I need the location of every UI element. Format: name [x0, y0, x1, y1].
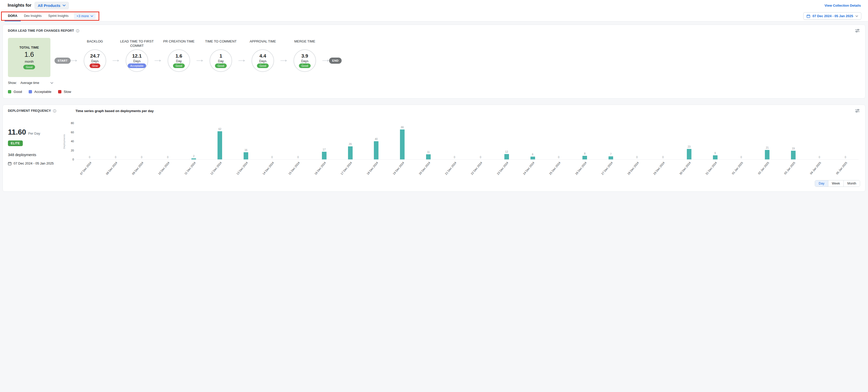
x-axis-label: 28 Dec 2024	[627, 161, 639, 176]
x-axis-label: 21 Dec 2024	[444, 161, 457, 176]
x-axis-label: 02 Jan 2025	[757, 161, 770, 175]
bar-column: 19	[780, 147, 806, 159]
bar-column: 62	[207, 128, 233, 159]
x-axis-label: 18 Dec 2024	[366, 161, 378, 176]
granularity-week-button[interactable]: Week	[828, 180, 844, 186]
chevron-down-icon	[856, 16, 858, 17]
bar-column: 0	[624, 156, 650, 159]
x-axis-cell: 12 Dec 2024	[207, 160, 233, 178]
x-axis-cell: 28 Dec 2024	[624, 160, 650, 178]
bar	[504, 154, 509, 159]
stage-value: 12.1	[132, 53, 142, 59]
pipeline-connector-arrow	[322, 59, 329, 62]
x-axis-label: 16 Dec 2024	[314, 161, 327, 176]
deployment-rate-unit: Per Day	[28, 131, 40, 135]
total-time-unit: month	[25, 60, 34, 63]
x-axis-cell: 19 Dec 2024	[389, 160, 415, 178]
deployment-date-range-label: 07 Dec 2024 - 05 Jan 2025	[13, 161, 54, 165]
total-time-badge: Good	[23, 65, 35, 69]
bar-value-label: 2	[193, 155, 195, 158]
pipeline-stage: LEAD TIME TO FIRST COMMIT12.1DaysAccepta…	[119, 38, 155, 72]
bar-column: 0	[441, 156, 467, 159]
x-axis-label: 08 Dec 2024	[105, 161, 118, 176]
x-axis-label: 05 Jan 2025	[836, 161, 848, 175]
bar-column: 0	[728, 156, 754, 159]
x-axis-label: 15 Dec 2024	[288, 161, 301, 176]
view-collection-details-link[interactable]: View Collection Details	[825, 4, 861, 7]
pipeline-connector-arrow	[155, 59, 161, 62]
bar-value-label: 0	[141, 156, 143, 159]
bar-value-label: 0	[818, 156, 820, 159]
x-axis-label: 20 Dec 2024	[418, 161, 431, 176]
x-axis-cell: 09 Dec 2024	[129, 160, 155, 178]
stage-circle: 1DayGood	[210, 50, 232, 72]
more-tabs-button[interactable]: +3 more	[74, 13, 96, 19]
granularity-day-button[interactable]: Day	[815, 180, 828, 186]
date-range-picker[interactable]: 07 Dec 2024 - 05 Jan 2025	[803, 12, 861, 20]
stage-circle: 12.1DaysAcceptable	[126, 50, 148, 72]
stage-circle: 24.7DaysSlow	[84, 50, 106, 72]
bar-value-label: 8	[584, 152, 586, 155]
pipeline: STARTBACKLOG24.7DaysSlowLEAD TIME TO FIR…	[55, 38, 860, 77]
bar-value-label: 17	[323, 148, 326, 151]
pipeline-connector-arrow	[113, 59, 119, 62]
bar	[218, 131, 222, 159]
bar	[609, 156, 613, 159]
x-axis-label: 30 Dec 2024	[679, 161, 691, 176]
bar	[400, 129, 405, 159]
bar	[244, 152, 248, 159]
x-axis-cell: 31 Dec 2024	[702, 160, 728, 178]
bar-column: 17	[311, 148, 337, 159]
bar-value-label: 19	[792, 147, 795, 150]
show-metric-dropdown[interactable]: Average time	[21, 81, 53, 85]
deployment-rate: 11.60 Per Day	[8, 128, 63, 137]
y-axis-title: Deployments	[63, 134, 65, 149]
bar-value-label: 29	[349, 143, 351, 146]
bar-value-label: 0	[115, 156, 117, 159]
legend-swatch	[29, 90, 32, 93]
bar	[191, 158, 196, 159]
lead-time-legend: GoodAcceptableSlow	[8, 90, 860, 94]
product-selector-dropdown[interactable]: All Products	[35, 2, 69, 9]
tab-sprint-insights[interactable]: Sprint Insights	[45, 11, 72, 21]
legend-item-acceptable: Acceptable	[29, 90, 52, 94]
stage-value: 24.7	[90, 53, 99, 59]
filter-sliders-icon[interactable]	[855, 28, 860, 33]
bar-value-label: 0	[636, 156, 638, 159]
deployment-summary: 11.60 Per Day ELITE 348 deployments 07 D…	[8, 113, 63, 187]
bar-column: 12	[494, 151, 520, 159]
bar	[530, 157, 535, 159]
show-row: Show: Average time	[8, 81, 860, 85]
info-icon[interactable]	[53, 109, 56, 113]
stage-badge: Good	[215, 63, 227, 68]
stage-label: BACKLOG	[77, 39, 113, 50]
stage-value: 1	[220, 53, 222, 59]
bar-column: 0	[259, 156, 285, 159]
bar-column: 0	[832, 156, 859, 159]
bar-column: 23	[676, 146, 702, 159]
total-time-box: TOTAL TIME 1.6 month Good	[8, 38, 51, 77]
bar-column: 0	[155, 156, 181, 159]
x-axis-cell: 27 Dec 2024	[598, 160, 624, 178]
chevron-down-icon	[51, 82, 53, 84]
x-axis-cell: 14 Dec 2024	[259, 160, 285, 178]
x-axis-cell: 26 Dec 2024	[572, 160, 598, 178]
tab-dev-insights[interactable]: Dev Insights	[21, 11, 45, 21]
x-axis-cell: 10 Dec 2024	[155, 160, 181, 178]
pipeline-stage: BACKLOG24.7DaysSlow	[77, 38, 113, 72]
x-axis-label: 13 Dec 2024	[236, 161, 248, 176]
stage-badge: Good	[257, 63, 269, 68]
x-axis-label: 25 Dec 2024	[548, 161, 561, 176]
bar-value-label: 0	[845, 156, 846, 159]
x-axis-label: 14 Dec 2024	[262, 161, 274, 176]
granularity-month-button[interactable]: Month	[843, 180, 860, 186]
info-icon[interactable]	[76, 29, 79, 32]
deployment-rate-value: 11.60	[8, 128, 26, 137]
legend-item-slow: Slow	[58, 90, 71, 94]
bar-chart-plot: Deployments 0204060800000262160017294066…	[76, 123, 859, 160]
y-tick-label: 80	[66, 122, 74, 125]
bar-column: 66	[389, 126, 415, 159]
tab-dora[interactable]: DORA	[5, 11, 21, 21]
filter-sliders-icon[interactable]	[855, 109, 860, 113]
bar-value-label: 11	[427, 151, 430, 153]
